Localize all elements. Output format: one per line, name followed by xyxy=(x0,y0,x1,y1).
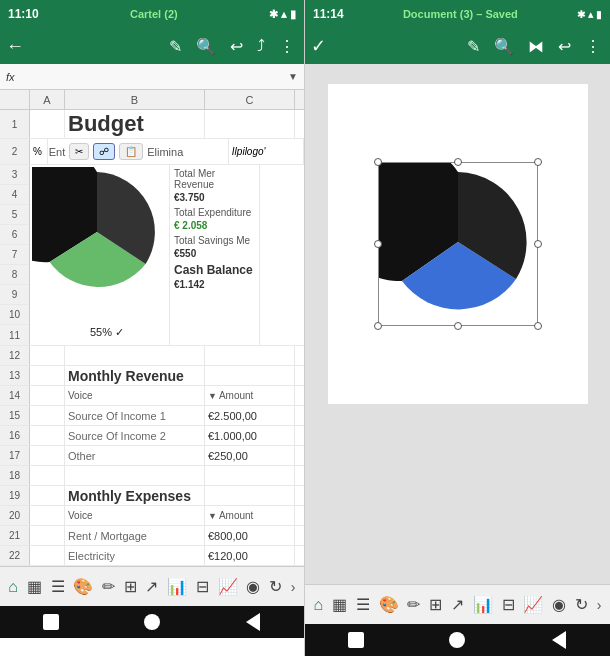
cell-19c[interactable] xyxy=(205,486,295,505)
arrow-icon-r[interactable]: ↗ xyxy=(451,595,464,614)
pencil-icon-r[interactable]: ✎ xyxy=(467,37,480,56)
copy-button[interactable]: ☍ xyxy=(93,143,115,160)
cell-19b[interactable]: Monthly Expenses xyxy=(65,486,205,505)
cell-1b[interactable]: Budget xyxy=(65,110,205,138)
cell-16b[interactable]: Source Of Income 2 xyxy=(65,426,205,445)
paint-icon[interactable]: 🎨 xyxy=(73,577,93,596)
chart2-icon-r[interactable]: 📈 xyxy=(523,595,543,614)
handle-left[interactable] xyxy=(374,240,382,248)
arrow-icon[interactable]: ↗ xyxy=(145,577,158,596)
cell-12c[interactable] xyxy=(205,346,295,365)
cell-22a[interactable] xyxy=(30,546,65,565)
back-button[interactable]: ← xyxy=(6,36,24,57)
list-icon[interactable]: ☰ xyxy=(51,577,65,596)
chart-cell-b[interactable]: 55% ✓ xyxy=(30,165,170,345)
back-nav-button[interactable] xyxy=(228,613,278,631)
cell-14a[interactable] xyxy=(30,386,65,405)
cell-16c[interactable]: €1.000,00 xyxy=(205,426,295,445)
paint-icon-r[interactable]: 🎨 xyxy=(379,595,399,614)
search-icon-r[interactable]: 🔍 xyxy=(494,37,514,56)
cell-21c[interactable]: €800,00 xyxy=(205,526,295,545)
chart-bar-icon[interactable]: 📊 xyxy=(167,577,187,596)
cell-17c[interactable]: €250,00 xyxy=(205,446,295,465)
chart-bar-icon-r[interactable]: 📊 xyxy=(473,595,493,614)
cell-20a[interactable] xyxy=(30,506,65,525)
cell-21a[interactable] xyxy=(30,526,65,545)
cell-18a[interactable] xyxy=(30,466,65,485)
table-icon-r[interactable]: ⊟ xyxy=(502,595,515,614)
cell-12b[interactable] xyxy=(65,346,205,365)
undo-icon[interactable]: ↩ xyxy=(230,37,243,56)
cell-13c[interactable] xyxy=(205,366,295,385)
formula-dropdown-icon[interactable]: ▼ xyxy=(288,71,298,82)
cell-14b[interactable]: Voice xyxy=(65,386,205,405)
more-right-icon[interactable]: › xyxy=(291,579,296,595)
cell-22c[interactable]: €120,00 xyxy=(205,546,295,565)
pencil-icon[interactable]: ✎ xyxy=(169,37,182,56)
check-button[interactable]: ✓ xyxy=(311,35,326,57)
cell-13b[interactable]: Monthly Revenue xyxy=(65,366,205,385)
cell-22b[interactable]: Electricity xyxy=(65,546,205,565)
home-button[interactable] xyxy=(127,614,177,630)
back-nav-button-r[interactable] xyxy=(534,631,584,649)
table-icon[interactable]: ⊟ xyxy=(196,577,209,596)
undo-icon-r[interactable]: ↩ xyxy=(558,37,571,56)
cell-14c[interactable]: ▼ Amount xyxy=(205,386,295,405)
cell-13a[interactable] xyxy=(30,366,65,385)
list-icon-r[interactable]: ☰ xyxy=(356,595,370,614)
more-icon[interactable]: ⋮ xyxy=(279,37,295,56)
cell-20b[interactable]: Voice xyxy=(65,506,205,525)
paste-button[interactable]: 📋 xyxy=(119,143,143,160)
search-icon[interactable]: 🔍 xyxy=(196,37,216,56)
cell-2b[interactable]: Ent ✂ ☍ 📋 Elimina xyxy=(48,139,229,164)
cell-20c[interactable]: ▼ Amount xyxy=(205,506,295,525)
edit-icon-r[interactable]: ✏ xyxy=(407,595,420,614)
cell-19a[interactable] xyxy=(30,486,65,505)
home-icon[interactable]: ⌂ xyxy=(8,578,18,596)
col-header-c[interactable]: C xyxy=(205,90,295,109)
recent-button[interactable] xyxy=(26,614,76,630)
grid-icon[interactable]: ⊞ xyxy=(124,577,137,596)
home-icon-r[interactable]: ⌂ xyxy=(313,596,323,614)
chart2-icon[interactable]: 📈 xyxy=(218,577,238,596)
grid-icon-r[interactable]: ⊞ xyxy=(429,595,442,614)
palette2-icon-r[interactable]: ◉ xyxy=(552,595,566,614)
cell-15b[interactable]: Source Of Income 1 xyxy=(65,406,205,425)
cell-18c[interactable] xyxy=(205,466,295,485)
handle-right[interactable] xyxy=(534,240,542,248)
more-icon-r[interactable]: ⋮ xyxy=(585,37,601,56)
edit-icon[interactable]: ✏ xyxy=(102,577,115,596)
undo-btm-icon-r[interactable]: ↻ xyxy=(575,595,588,614)
cell-2c[interactable]: Ilpilogo' xyxy=(229,139,304,164)
col-header-b[interactable]: B xyxy=(65,90,205,109)
cell-16a[interactable] xyxy=(30,426,65,445)
doc-chart-container[interactable] xyxy=(378,162,538,326)
bar-chart-icon[interactable]: ▦ xyxy=(27,577,42,596)
cell-21b[interactable]: Rent / Mortgage xyxy=(65,526,205,545)
cell-12a[interactable] xyxy=(30,346,65,365)
cell-15a[interactable] xyxy=(30,406,65,425)
cell-1c[interactable] xyxy=(205,110,295,138)
share-icon[interactable]: ⤴ xyxy=(257,37,265,55)
home-button-r[interactable] xyxy=(432,632,482,648)
palette2-icon[interactable]: ◉ xyxy=(246,577,260,596)
cell-15c[interactable]: €2.500,00 xyxy=(205,406,295,425)
handle-top-right[interactable] xyxy=(534,158,542,166)
cell-17a[interactable] xyxy=(30,446,65,465)
recent-button-r[interactable] xyxy=(331,632,381,648)
handle-bottom[interactable] xyxy=(454,322,462,330)
page-icon-r[interactable]: ⧓ xyxy=(528,37,544,56)
cut-button[interactable]: ✂ xyxy=(69,143,89,160)
cell-1a[interactable] xyxy=(30,110,65,138)
handle-bottom-left[interactable] xyxy=(374,322,382,330)
cell-2a[interactable]: % xyxy=(30,139,48,164)
handle-top[interactable] xyxy=(454,158,462,166)
formula-input[interactable] xyxy=(21,70,289,84)
handle-top-left[interactable] xyxy=(374,158,382,166)
cell-18b[interactable] xyxy=(65,466,205,485)
bar-chart-icon-r[interactable]: ▦ xyxy=(332,595,347,614)
pen-icon[interactable]: ↻ xyxy=(269,577,282,596)
more-btm-icon-r[interactable]: › xyxy=(597,597,602,613)
cell-17b[interactable]: Other xyxy=(65,446,205,465)
col-header-a[interactable]: A xyxy=(30,90,65,109)
